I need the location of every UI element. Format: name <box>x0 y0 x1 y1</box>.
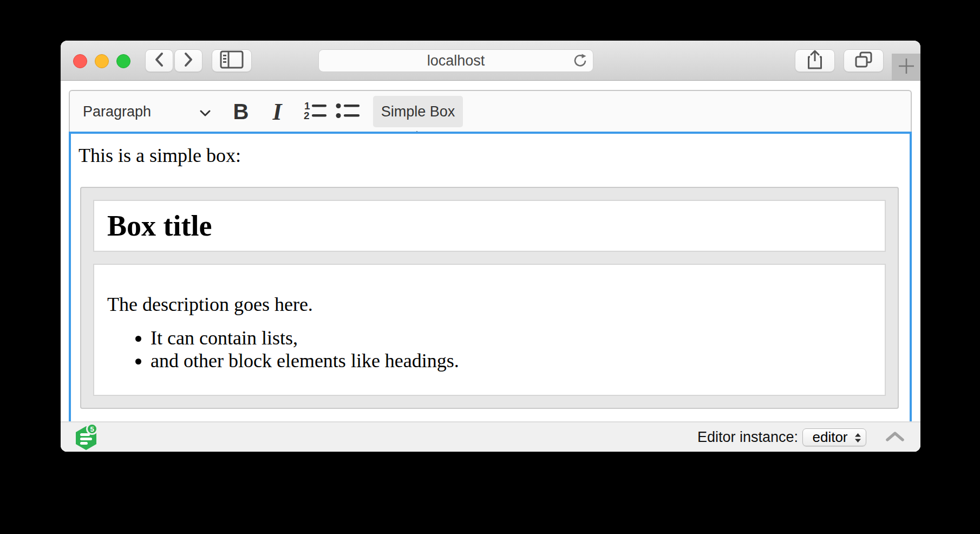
simple-box-title[interactable]: Box title <box>93 200 886 252</box>
traffic-light-close[interactable] <box>73 54 87 68</box>
box-list-item: and other block elements like headings. <box>151 350 872 371</box>
italic-icon: I <box>272 98 282 126</box>
bold-icon: B <box>233 100 249 124</box>
chevron-right-icon <box>184 52 193 69</box>
chevron-down-icon <box>200 109 211 119</box>
reload-button[interactable] <box>571 53 589 70</box>
select-arrows-icon <box>854 433 861 445</box>
editor-toolbar: Paragraph B I 1 2 <box>69 90 912 132</box>
editor-instance-select[interactable]: editor <box>802 428 866 446</box>
browser-viewport: Paragraph B I 1 2 <box>61 81 920 452</box>
safari-window: localhost <box>61 41 920 452</box>
inspector-bar: 5 Editor instance: editor <box>61 421 920 452</box>
editor-content[interactable]: This is a simple box: Box title The desc… <box>69 132 912 421</box>
traffic-light-zoom[interactable] <box>116 54 130 68</box>
editor-instance-label: Editor instance: <box>697 429 798 446</box>
traffic-light-minimize[interactable] <box>95 54 109 68</box>
svg-text:2: 2 <box>304 110 310 121</box>
box-title-text: Box title <box>107 209 212 243</box>
address-text: localhost <box>427 53 485 69</box>
box-list-item: It can contain lists, <box>151 328 872 348</box>
browser-titlebar: localhost <box>61 41 920 81</box>
desktop-background: localhost <box>0 0 980 534</box>
address-bar[interactable]: localhost <box>318 49 593 72</box>
intro-paragraph: This is a simple box: <box>79 142 902 168</box>
plus-icon <box>898 57 915 77</box>
forward-button[interactable] <box>174 49 202 72</box>
back-button[interactable] <box>145 49 173 72</box>
reload-icon <box>572 53 587 70</box>
tab-overview-button[interactable] <box>844 49 884 72</box>
italic-button[interactable]: I <box>265 96 290 127</box>
numbered-list-button[interactable]: 1 2 <box>302 96 329 127</box>
inspector-controls: Editor instance: editor <box>697 422 907 452</box>
bulleted-list-button[interactable] <box>334 96 361 127</box>
logo-line <box>80 438 92 440</box>
simple-box-widget[interactable]: Box title The description goes here. It … <box>80 187 899 409</box>
numbered-list-icon: 1 2 <box>303 100 328 123</box>
expand-inspector-button[interactable] <box>883 431 907 444</box>
heading-dropdown-label: Paragraph <box>83 103 151 120</box>
share-button[interactable] <box>795 49 835 72</box>
bulleted-list-icon <box>335 100 361 123</box>
share-icon <box>807 49 823 72</box>
sidebar-icon <box>220 50 244 71</box>
heading-dropdown[interactable]: Paragraph <box>74 96 216 127</box>
simple-box-description[interactable]: The description goes here. It can contai… <box>93 264 886 396</box>
simple-box-button-label: Simple Box <box>381 103 455 120</box>
box-list: It can contain lists, and other block el… <box>107 328 872 371</box>
logo-line <box>80 442 88 445</box>
box-description-text: The description goes here. <box>107 292 872 317</box>
chevron-up-icon <box>886 432 904 443</box>
inspector-badge: 5 <box>86 423 98 435</box>
new-tab-button[interactable] <box>892 54 920 80</box>
sidebar-toggle-button[interactable] <box>212 49 252 72</box>
editor-instance-value: editor <box>812 429 847 446</box>
chevron-left-icon <box>155 52 164 69</box>
simple-box-button[interactable]: Simple Box <box>373 96 463 127</box>
tabs-icon <box>854 51 873 70</box>
bold-button[interactable]: B <box>228 96 253 127</box>
